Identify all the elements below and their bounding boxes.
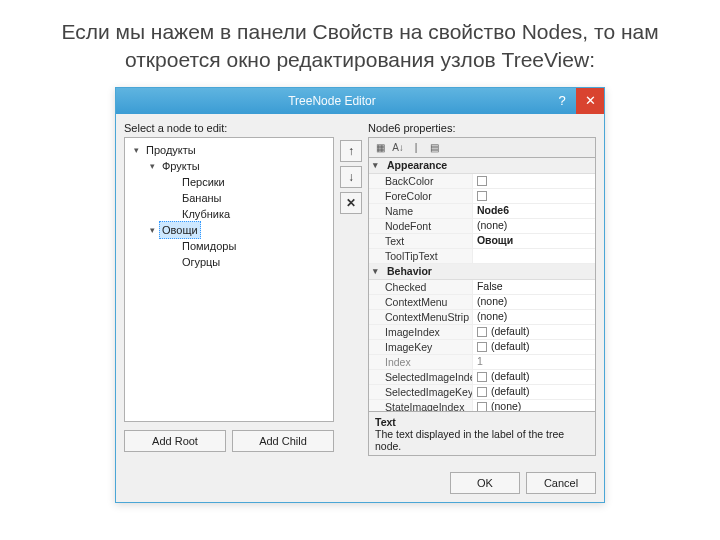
expand-icon[interactable]: ▾ [147, 161, 157, 171]
delete-icon: ✕ [346, 196, 356, 210]
image-swatch [477, 402, 487, 412]
tree-node[interactable]: Бананы [127, 190, 331, 206]
prop-value[interactable] [473, 174, 595, 188]
image-swatch [477, 342, 487, 352]
tree-node-label: Клубника [179, 206, 233, 222]
prop-category-behavior[interactable]: ▾ Behavior [369, 264, 595, 280]
arrow-up-icon: ↑ [348, 144, 354, 158]
ok-button[interactable]: OK [450, 472, 520, 494]
cancel-button[interactable]: Cancel [526, 472, 596, 494]
prop-row[interactable]: SelectedImageKey (default) [369, 385, 595, 400]
alpha-sort-icon[interactable]: A↓ [391, 140, 405, 154]
prop-name: BackColor [369, 174, 473, 188]
prop-row[interactable]: Checked False [369, 280, 595, 295]
tree-node[interactable]: ▾ Продукты [127, 142, 331, 158]
prop-name: NodeFont [369, 219, 473, 233]
tree-node-selected[interactable]: ▾ Овощи [127, 222, 331, 238]
page-caption: Если мы нажем в панели Свойств на свойст… [0, 0, 720, 87]
prop-name: ToolTipText [369, 249, 473, 263]
prop-name: ForeColor [369, 189, 473, 203]
prop-value[interactable]: (none) [473, 295, 595, 309]
tree-node[interactable]: Помидоры [127, 238, 331, 254]
prop-value[interactable] [473, 249, 595, 263]
tree-node[interactable]: ▾ Фрукты [127, 158, 331, 174]
desc-body: The text displayed in the label of the t… [375, 428, 589, 452]
help-button[interactable]: ? [548, 88, 576, 114]
left-pane-label: Select a node to edit: [124, 122, 334, 134]
treenode-editor-window: TreeNode Editor ? ✕ Select a node to edi… [115, 87, 605, 503]
collapse-icon[interactable]: ▾ [373, 263, 383, 279]
propertygrid-toolbar: ▦ A↓ | ▤ [368, 137, 596, 157]
prop-value: 1 [473, 355, 595, 369]
tree-view[interactable]: ▾ Продукты ▾ Фрукты Персики Бананы [124, 137, 334, 422]
move-down-button[interactable]: ↓ [340, 166, 362, 188]
prop-name: Name [369, 204, 473, 218]
prop-category-appearance[interactable]: ▾ Appearance [369, 158, 595, 174]
prop-value[interactable]: (none) [473, 400, 595, 412]
props-icon[interactable]: ▤ [427, 140, 441, 154]
prop-row[interactable]: ToolTipText [369, 249, 595, 264]
prop-value[interactable]: False [473, 280, 595, 294]
prop-row[interactable]: ImageKey (default) [369, 340, 595, 355]
tree-node-label: Фрукты [159, 158, 203, 174]
prop-name: SelectedImageKey [369, 385, 473, 399]
expand-icon[interactable]: ▾ [147, 225, 157, 235]
leaf-icon [167, 241, 177, 251]
prop-value[interactable]: (none) [473, 219, 595, 233]
prop-value[interactable]: (default) [473, 385, 595, 399]
tree-node-label: Огурцы [179, 254, 223, 270]
prop-row[interactable]: StateImageIndex (none) [369, 400, 595, 412]
leaf-icon [167, 209, 177, 219]
prop-row[interactable]: Index 1 [369, 355, 595, 370]
prop-name: SelectedImageIndex [369, 370, 473, 384]
desc-title: Text [375, 416, 589, 428]
prop-value[interactable]: (none) [473, 310, 595, 324]
titlebar[interactable]: TreeNode Editor ? ✕ [116, 88, 604, 114]
property-grid[interactable]: ▾ Appearance BackColor ForeColor Name No… [368, 157, 596, 412]
expand-icon[interactable]: ▾ [131, 145, 141, 155]
prop-value[interactable]: Овощи [473, 234, 595, 248]
category-label: Appearance [387, 157, 447, 173]
categorized-icon[interactable]: ▦ [373, 140, 387, 154]
prop-name: ImageIndex [369, 325, 473, 339]
tree-node[interactable]: Клубника [127, 206, 331, 222]
prop-value[interactable] [473, 189, 595, 203]
collapse-icon[interactable]: ▾ [373, 157, 383, 173]
property-description: Text The text displayed in the label of … [368, 412, 596, 456]
image-swatch [477, 327, 487, 337]
prop-row[interactable]: SelectedImageIndex (default) [369, 370, 595, 385]
prop-name: ContextMenuStrip [369, 310, 473, 324]
right-pane-label: Node6 properties: [368, 122, 596, 134]
prop-name: Checked [369, 280, 473, 294]
tree-node-label: Помидоры [179, 238, 239, 254]
close-button[interactable]: ✕ [576, 88, 604, 114]
prop-value[interactable]: (default) [473, 340, 595, 354]
tree-node-label: Бананы [179, 190, 225, 206]
divider: | [409, 140, 423, 154]
prop-name: Text [369, 234, 473, 248]
window-title: TreeNode Editor [116, 94, 548, 108]
tree-node[interactable]: Огурцы [127, 254, 331, 270]
prop-row[interactable]: Name Node6 [369, 204, 595, 219]
prop-row[interactable]: NodeFont (none) [369, 219, 595, 234]
tree-node-label: Персики [179, 174, 228, 190]
prop-name: Index [369, 355, 473, 369]
leaf-icon [167, 257, 177, 267]
add-child-button[interactable]: Add Child [232, 430, 334, 452]
prop-value[interactable]: (default) [473, 370, 595, 384]
prop-row[interactable]: ImageIndex (default) [369, 325, 595, 340]
move-up-button[interactable]: ↑ [340, 140, 362, 162]
prop-value[interactable]: Node6 [473, 204, 595, 218]
add-root-button[interactable]: Add Root [124, 430, 226, 452]
tree-node[interactable]: Персики [127, 174, 331, 190]
leaf-icon [167, 193, 177, 203]
prop-row[interactable]: BackColor [369, 174, 595, 189]
delete-node-button[interactable]: ✕ [340, 192, 362, 214]
prop-row[interactable]: ContextMenu (none) [369, 295, 595, 310]
prop-row[interactable]: ContextMenuStrip (none) [369, 310, 595, 325]
prop-value[interactable]: (default) [473, 325, 595, 339]
prop-row[interactable]: Text Овощи [369, 234, 595, 249]
leaf-icon [167, 177, 177, 187]
color-swatch [477, 176, 487, 186]
prop-row[interactable]: ForeColor [369, 189, 595, 204]
